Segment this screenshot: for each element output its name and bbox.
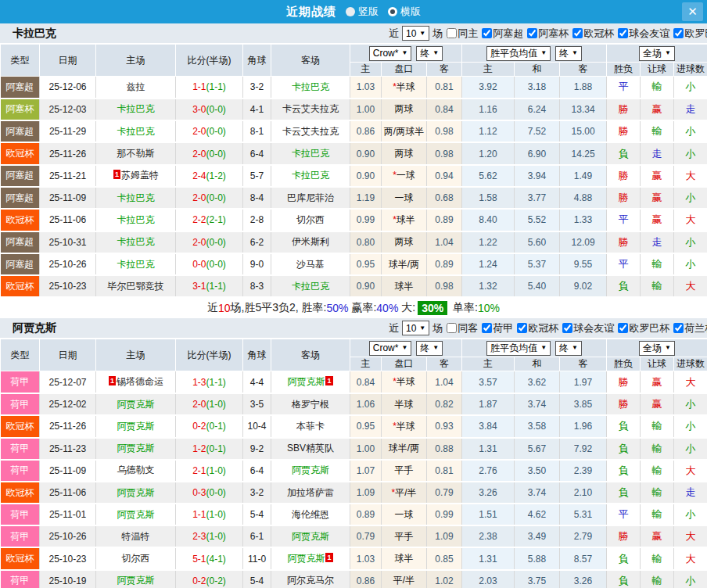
goals-result-flag: 小 xyxy=(674,438,707,460)
handicap-away-odds: 0.81 xyxy=(427,460,462,482)
vertical-layout-radio[interactable] xyxy=(346,7,355,16)
avg-home-odds: 2.03 xyxy=(462,570,515,588)
league-tag: 欧冠杯 xyxy=(1,547,40,569)
chevron-down-icon: ▼ xyxy=(419,325,425,332)
avg-draw-odds: 5.88 xyxy=(515,547,560,569)
scope-select[interactable]: 全场▼ xyxy=(639,341,675,356)
summary-part: 10% xyxy=(478,302,500,314)
summary-part: 40% xyxy=(376,302,398,314)
league-filter-checkbox[interactable]: 欧罗巴杯 xyxy=(673,27,707,41)
league-tag: 阿塞超 xyxy=(1,77,40,99)
avg-home-odds: 1.51 xyxy=(462,504,515,525)
col-avg-draw: 和 xyxy=(515,357,560,371)
odds-source-select[interactable]: Crow*▼ xyxy=(369,46,412,61)
handicap-result-flag: 赢 xyxy=(641,165,674,187)
league-filter-checkbox[interactable]: 荷兰杯 xyxy=(673,321,707,335)
match-row: 荷甲25-11-09乌德勒支2-1(1-0)6-4阿贾克斯1.07平手0.812… xyxy=(1,460,707,482)
avg-home-odds: 5.62 xyxy=(462,165,515,187)
league-tag: 欧冠杯 xyxy=(1,482,40,504)
handicap-line: 两球 xyxy=(382,142,427,164)
league-filter-checkbox[interactable]: 欧罗巴杯 xyxy=(618,321,669,335)
handicap-result-flag: 輸 xyxy=(641,547,674,569)
corner-count: 4-1 xyxy=(243,99,271,120)
chevron-down-icon: ▼ xyxy=(572,50,578,56)
goals-result-flag: 走 xyxy=(674,482,707,504)
avg-final-select[interactable]: 终▼ xyxy=(555,46,582,61)
odds-final-select[interactable]: 终▼ xyxy=(416,341,443,356)
promotion-badge: 1 xyxy=(109,376,116,385)
score: 2-0(0-0) xyxy=(176,231,243,253)
handicap-home-odds: 0.90 xyxy=(350,275,382,297)
match-date: 25-10-23 xyxy=(40,547,96,569)
home-team: 切尔西 xyxy=(96,547,176,569)
handicap-home-odds: 1.00 xyxy=(350,438,382,460)
col-let: 让球 xyxy=(641,63,674,77)
handicap-home-odds: 0.90 xyxy=(350,142,382,164)
league-filter-checkbox[interactable]: 欧冠杯 xyxy=(572,27,614,41)
league-filter-checkbox[interactable]: 阿塞杯 xyxy=(527,27,569,41)
away-team: 阿贾克斯1 xyxy=(271,547,350,569)
avg-draw-odds: 7.52 xyxy=(515,120,560,142)
avg-away-odds: 5.31 xyxy=(560,504,607,525)
scope-select[interactable]: 全场▼ xyxy=(639,46,675,61)
match-count-select[interactable]: 10▼ xyxy=(402,26,429,41)
horizontal-layout-label[interactable]: 横版 xyxy=(400,5,421,19)
handicap-home-odds: 0.89 xyxy=(350,504,382,525)
same-venue-checkbox[interactable]: 同客 xyxy=(447,321,478,335)
avg-away-odds: 2.39 xyxy=(560,460,607,482)
handicap-result-flag: 輸 xyxy=(641,570,674,588)
avg-away-odds: 13.34 xyxy=(560,99,607,120)
league-tag: 荷甲 xyxy=(1,371,40,393)
avg-away-odds: 3.85 xyxy=(560,393,607,415)
handicap-line: *半球 xyxy=(382,77,427,99)
odds-source-select[interactable]: Crow*▼ xyxy=(369,341,412,356)
handicap-away-odds: 0.82 xyxy=(427,393,462,415)
league-filter-checkbox[interactable]: 球会友谊 xyxy=(618,27,669,41)
result-flag: 負 xyxy=(607,275,641,297)
avg-home-odds: 8.40 xyxy=(462,209,515,231)
corner-count: 11-0 xyxy=(243,547,271,569)
result-flag: 勝 xyxy=(607,120,641,142)
league-filter-checkbox[interactable]: 荷甲 xyxy=(482,321,513,335)
handicap-result-flag: 輸 xyxy=(641,460,674,482)
same-venue-checkbox[interactable]: 同主 xyxy=(447,27,478,41)
corner-count: 6-2 xyxy=(243,231,271,253)
close-icon[interactable]: ✕ xyxy=(682,2,703,21)
league-tag: 阿塞超 xyxy=(1,187,40,209)
league-filter-checkbox[interactable]: 球会友谊 xyxy=(562,321,614,335)
league-filter-checkbox[interactable]: 阿塞超 xyxy=(482,27,523,41)
avg-odds-select[interactable]: 胜平负均值▼ xyxy=(486,46,551,61)
league-tag: 阿塞超 xyxy=(1,165,40,187)
avg-home-odds: 1.12 xyxy=(462,120,515,142)
avg-home-odds: 1.32 xyxy=(462,275,515,297)
match-date: 25-12-03 xyxy=(40,99,96,120)
col-goals: 进球数 xyxy=(674,357,707,371)
odds-final-select[interactable]: 终▼ xyxy=(416,46,443,61)
avg-final-select[interactable]: 终▼ xyxy=(555,341,582,356)
handicap-home-odds: 0.99 xyxy=(350,209,382,231)
handicap-away-odds: 1.09 xyxy=(427,525,462,547)
handicap-home-odds: 1.03 xyxy=(350,547,382,569)
result-flag: 勝 xyxy=(607,165,641,187)
horizontal-layout-radio[interactable] xyxy=(388,7,397,16)
handicap-line: 平/半 xyxy=(382,570,427,588)
avg-odds-select[interactable]: 胜平负均值▼ xyxy=(486,341,551,356)
col-avg-away: 客 xyxy=(560,357,607,371)
handicap-line: *一球 xyxy=(382,165,427,187)
filter-controls: 近10▼场同客荷甲欧冠杯球会友谊欧罗巴杯荷兰杯 xyxy=(389,318,707,338)
match-date: 25-11-23 xyxy=(40,438,96,460)
match-row: 欧冠杯25-10-23切尔西5-1(4-1)11-0阿贾克斯11.03球半0.8… xyxy=(1,547,707,569)
corner-count: 8-4 xyxy=(243,187,271,209)
corner-count: 6-4 xyxy=(243,460,271,482)
promotion-badge: 1 xyxy=(113,170,120,179)
league-filter-checkbox[interactable]: 欧冠杯 xyxy=(517,321,558,335)
corner-count: 5-7 xyxy=(243,165,271,187)
match-date: 25-10-31 xyxy=(40,231,96,253)
match-row: 荷甲25-10-19阿贾克斯0-2(0-2)5-4阿尔克马尔0.86平/半1.0… xyxy=(1,570,707,588)
vertical-layout-label[interactable]: 竖版 xyxy=(358,5,379,19)
col-odds-away: 客 xyxy=(427,63,462,77)
result-flag: 平 xyxy=(607,209,641,231)
match-date: 25-12-07 xyxy=(40,371,96,393)
handicap-away-odds: 0.89 xyxy=(427,253,462,275)
match-count-select[interactable]: 10▼ xyxy=(402,321,429,335)
